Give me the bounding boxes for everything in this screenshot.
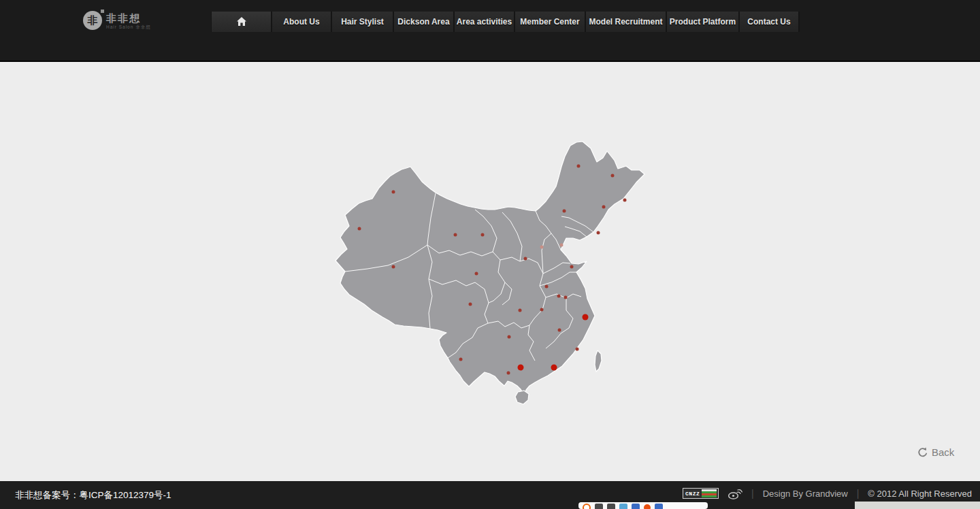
store-dot-light[interactable] [560, 244, 564, 247]
share-item-icon[interactable] [632, 504, 640, 509]
store-dot-small[interactable] [545, 285, 549, 289]
page: 非 非非想 Hair Salon 非非想 About Us Hair Styli… [0, 0, 980, 509]
share-item-icon[interactable] [619, 504, 627, 509]
logo-tagline: Hair Salon 非非想 [106, 24, 151, 31]
footer-separator: | [857, 488, 860, 499]
store-dot-small[interactable] [597, 231, 600, 235]
nav-item-hair-stylist[interactable]: Hair Stylist [332, 12, 394, 32]
nav-item-dickson-area[interactable]: Dickson Area [394, 12, 455, 32]
store-dot-small[interactable] [576, 348, 579, 351]
cnzz-label: CNZZ [683, 491, 702, 497]
store-dot-small[interactable] [475, 272, 478, 276]
back-button[interactable]: Back [917, 446, 954, 458]
store-dot-small[interactable] [481, 233, 485, 237]
store-dot-small[interactable] [524, 257, 527, 261]
store-dot-small[interactable] [469, 303, 472, 306]
store-dot-small[interactable] [459, 358, 463, 361]
design-credit: Design By Grandview [763, 489, 848, 499]
store-dot-small[interactable] [623, 199, 627, 202]
logo-brand: 非非想 [106, 13, 151, 23]
footer-separator: | [751, 488, 754, 499]
header: 非 非非想 Hair Salon 非非想 About Us Hair Styli… [0, 0, 980, 62]
share-item-icon[interactable] [644, 504, 651, 509]
store-dot-small[interactable] [557, 295, 561, 298]
share-item-icon[interactable] [607, 504, 615, 509]
taiwan-shape [595, 350, 602, 372]
nav-item-about-us[interactable]: About Us [272, 12, 332, 32]
store-dot-small[interactable] [563, 210, 566, 213]
store-dot-small[interactable] [507, 372, 510, 375]
nav-item-member-center[interactable]: Member Center [515, 12, 586, 32]
nav-item-model-recruitment[interactable]: Model Recruitment [586, 12, 667, 32]
store-dot-small[interactable] [564, 296, 568, 299]
bottom-right-panel-edge [855, 502, 980, 509]
store-dot-small[interactable] [392, 265, 395, 269]
store-dot-small[interactable] [570, 265, 574, 269]
store-dot-small[interactable] [392, 191, 395, 194]
footer: 非非想备案号：粤ICP备12012379号-1 CNZZ | Design By… [0, 481, 980, 509]
store-dot-small[interactable] [508, 335, 511, 339]
share-item-icon[interactable] [655, 504, 663, 509]
store-dot-small[interactable] [454, 233, 457, 237]
store-dot-small[interactable] [540, 308, 544, 312]
weibo-icon[interactable] [728, 488, 742, 499]
cnzz-stats-badge[interactable]: CNZZ [683, 488, 719, 499]
icp-record-text: 非非想备案号：粤ICP备12012379号-1 [15, 489, 172, 502]
china-map-svg[interactable] [327, 136, 653, 408]
nav-item-contact-us[interactable]: Contact Us [740, 12, 800, 32]
logo-text: 非非想 Hair Salon 非非想 [106, 11, 151, 31]
store-dot-big[interactable] [518, 365, 524, 371]
nav-item-product-platform[interactable]: Product Platform [667, 12, 740, 32]
copyright-text: © 2012 All Right Reserved [868, 489, 972, 499]
store-dot-small[interactable] [358, 227, 361, 231]
share-toolbar[interactable] [578, 502, 708, 509]
nav-item-area-activities[interactable]: Area activities [455, 12, 515, 32]
store-dot-small[interactable] [602, 206, 606, 209]
home-icon [236, 16, 247, 27]
cnzz-stripes-icon [702, 489, 717, 497]
logo-glyph: 非 [88, 14, 98, 26]
store-dot-big[interactable] [583, 314, 589, 321]
logo[interactable]: 非 非非想 Hair Salon 非非想 [83, 11, 151, 31]
share-item-icon[interactable] [595, 504, 603, 509]
store-dot-light[interactable] [540, 246, 544, 249]
main-nav: About Us Hair Stylist Dickson Area Area … [211, 12, 800, 32]
back-circular-arrow-icon [917, 447, 928, 458]
share-swirl-icon[interactable] [583, 504, 591, 509]
china-map[interactable] [327, 136, 653, 408]
hainan-shape [515, 391, 529, 404]
store-dot-small[interactable] [558, 329, 561, 332]
store-dot-small[interactable] [577, 165, 581, 168]
logo-circle-icon: 非 [83, 11, 102, 30]
store-dot-big[interactable] [551, 365, 557, 371]
nav-item-home[interactable] [211, 12, 272, 32]
store-dot-small[interactable] [519, 309, 522, 312]
logo-mark-square [101, 10, 104, 13]
back-label: Back [932, 446, 954, 458]
store-dot-small[interactable] [611, 174, 615, 178]
